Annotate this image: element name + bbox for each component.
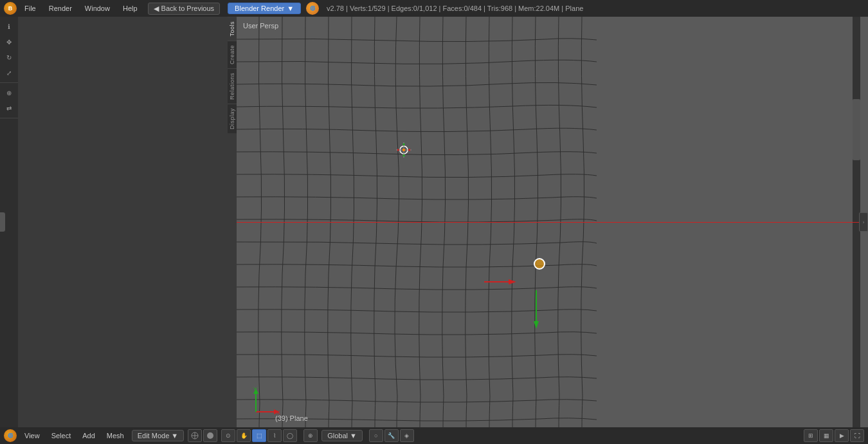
- menu-render[interactable]: Render: [44, 3, 77, 14]
- select-icon[interactable]: ⬚: [252, 429, 266, 442]
- blender-version-logo: 🌀: [306, 2, 319, 15]
- global-dropdown-icon: ▼: [350, 432, 357, 439]
- toolbar-icons-group: ⊙ ✋ ⬚ ⌇ ◯: [221, 429, 297, 442]
- full-screen-btn[interactable]: ⛶: [850, 429, 864, 442]
- tab-display[interactable]: Display: [228, 104, 237, 133]
- extra-tools-group: ○ 🔧 ◈: [369, 429, 414, 442]
- version-info: v2.78 | Verts:1/529 | Edges:0/1,012 | Fa…: [327, 5, 583, 12]
- bottom-bar: 🌀 View Select Add Mesh Edit Mode ▼ ⊙ ✋ ⬚…: [0, 427, 868, 444]
- menu-help[interactable]: Help: [118, 3, 143, 14]
- proportional-edit-btn[interactable]: ○: [369, 429, 383, 442]
- sidebar-scroll-handle[interactable]: [0, 212, 5, 232]
- bottom-menu-select[interactable]: Select: [48, 430, 75, 441]
- back-arrow-icon: ◀: [154, 5, 159, 13]
- svg-point-4: [402, 149, 405, 151]
- pivot-icons-group: ⊕: [303, 429, 318, 442]
- transform-widget: [396, 142, 411, 159]
- bottom-menu-mesh[interactable]: Mesh: [103, 430, 128, 441]
- move-handle-y: [532, 290, 540, 330]
- main-layout: ℹ ✥ ↻ ⤢ ⊕ ⇄ Tools Create Relations Displ…: [0, 17, 868, 427]
- snap-icon[interactable]: ⊙: [221, 429, 235, 442]
- edit-mode-button[interactable]: Edit Mode ▼: [132, 430, 184, 441]
- svg-point-18: [207, 432, 213, 439]
- menu-file[interactable]: File: [19, 3, 41, 14]
- lasso-icon[interactable]: ⌇: [267, 429, 282, 442]
- sidebar-info-icon[interactable]: ℹ: [2, 19, 16, 33]
- plane-label: (39) Plane: [275, 414, 308, 422]
- sidebar-divider2: [0, 118, 18, 118]
- sidebar-divider: [0, 82, 18, 83]
- pivot-center-btn[interactable]: ⊕: [303, 429, 318, 442]
- shade-wireframe-btn[interactable]: [188, 429, 202, 442]
- edit-mode-dropdown-icon: ▼: [171, 432, 178, 439]
- top-menu-bar: B File Render Window Help ◀ Back to Prev…: [0, 0, 868, 17]
- viewport-vscrollbar-handle[interactable]: [853, 99, 860, 161]
- render-engine-button[interactable]: Blender Render ▼: [228, 3, 301, 14]
- blender-logo-icon[interactable]: B: [4, 2, 17, 15]
- tools-panel: Tools Create Relations Display: [18, 17, 237, 427]
- svg-text:Y: Y: [253, 386, 257, 393]
- sidebar-rotate-icon[interactable]: ↻: [2, 50, 16, 64]
- overlay-btn[interactable]: ⊞: [804, 429, 818, 442]
- tools-panel-content: Tools Create Relations Display: [18, 17, 237, 427]
- tab-create[interactable]: Create: [228, 41, 237, 68]
- sidebar-scale-icon[interactable]: ⤢: [2, 66, 16, 80]
- sidebar-mirror-icon[interactable]: ⇄: [2, 101, 16, 115]
- left-sidebar: ℹ ✥ ↻ ⤢ ⊕ ⇄: [0, 17, 18, 427]
- viewport-shade-group: [188, 429, 217, 442]
- sidebar-move-icon[interactable]: ✥: [2, 35, 16, 49]
- 3d-viewport[interactable]: User Persp: [237, 17, 868, 427]
- left-panel-tabs: Tools Create Relations Display: [228, 17, 237, 427]
- svg-marker-6: [509, 279, 516, 284]
- occlude-btn[interactable]: ◈: [400, 429, 414, 442]
- sidebar-transform-icon[interactable]: ⊕: [2, 86, 16, 100]
- viewport-label: User Persp: [243, 22, 278, 30]
- bottom-blender-icon[interactable]: 🌀: [4, 429, 17, 442]
- global-transform-button[interactable]: Global ▼: [321, 430, 363, 441]
- snap-btn[interactable]: 🔧: [384, 429, 399, 442]
- move-handle-x: [484, 278, 516, 287]
- view-menu-btn[interactable]: ▦: [819, 429, 833, 442]
- render-preview-btn[interactable]: ▶: [835, 429, 849, 442]
- circle-select-icon[interactable]: ◯: [283, 429, 297, 442]
- bottom-menu-view[interactable]: View: [21, 430, 44, 441]
- svg-marker-8: [534, 321, 539, 329]
- selected-vertex: [534, 258, 545, 270]
- back-to-previous-button[interactable]: ◀ Back to Previous: [148, 3, 221, 15]
- tab-relations[interactable]: Relations: [228, 68, 237, 104]
- bottom-menu-add[interactable]: Add: [78, 430, 99, 441]
- right-toolbar-group: ⊞ ▦ ▶ ⛶: [804, 429, 864, 442]
- grab-icon[interactable]: ✋: [237, 429, 251, 442]
- x-axis-line: [237, 222, 868, 223]
- viewport-right-collapse[interactable]: ›: [859, 212, 868, 232]
- shade-solid-btn[interactable]: [203, 429, 217, 442]
- dropdown-icon: ▼: [287, 5, 294, 12]
- tab-tools[interactable]: Tools: [228, 17, 237, 41]
- menu-window[interactable]: Window: [80, 3, 115, 14]
